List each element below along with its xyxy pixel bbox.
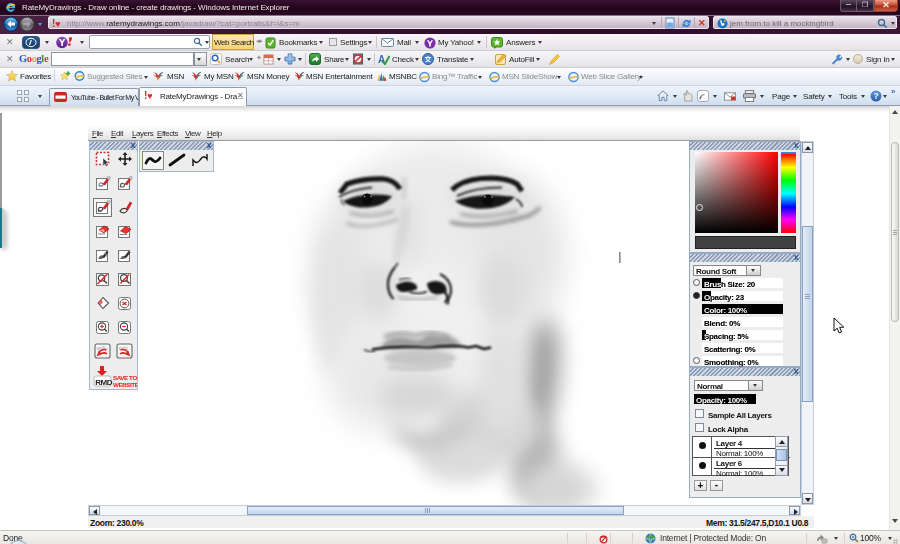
svg-text:?: ?	[873, 91, 878, 101]
svg-text:SAVE TO: SAVE TO	[113, 374, 137, 381]
svg-text:RMD: RMD	[95, 378, 112, 387]
svg-text:WEBSITE: WEBSITE	[113, 381, 137, 388]
